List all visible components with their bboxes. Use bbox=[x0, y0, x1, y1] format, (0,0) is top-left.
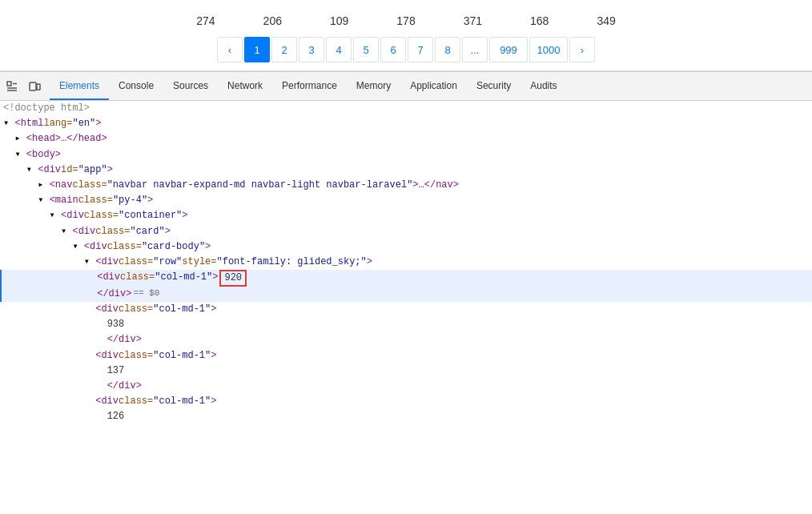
page-1-button[interactable]: 1 bbox=[244, 37, 270, 62]
svg-rect-5 bbox=[37, 84, 40, 90]
page-999-button[interactable]: 999 bbox=[489, 37, 528, 62]
code-line-card-body: ▾ <div class="card-body"> bbox=[0, 239, 812, 255]
number-7: 349 bbox=[597, 14, 615, 27]
code-line-row: ▾ <div class="row" style="font-family: g… bbox=[0, 255, 812, 270]
code-line-938: 938 bbox=[0, 317, 812, 332]
tab-performance[interactable]: Performance bbox=[272, 72, 347, 100]
code-line-137: 137 bbox=[0, 363, 812, 379]
page-5-button[interactable]: 5 bbox=[353, 37, 379, 62]
svg-rect-4 bbox=[30, 82, 36, 90]
svg-rect-0 bbox=[7, 82, 11, 86]
page-2-button[interactable]: 2 bbox=[271, 37, 297, 62]
inspect-element-icon[interactable] bbox=[3, 78, 21, 95]
code-line-col-4-close: </div> bbox=[0, 425, 812, 426]
tab-security[interactable]: Security bbox=[467, 72, 521, 100]
number-6: 168 bbox=[530, 14, 549, 27]
equals-sign: == $0 bbox=[133, 287, 159, 301]
devtools-content[interactable]: <!doctype html> ▾ <html lang="en"> ▸ <he… bbox=[0, 101, 812, 426]
number-5: 371 bbox=[464, 14, 482, 27]
page-6-button[interactable]: 6 bbox=[380, 37, 406, 62]
tab-application[interactable]: Application bbox=[400, 72, 467, 100]
code-line-container: ▾ <div class="container"> bbox=[0, 208, 812, 223]
prev-page-button[interactable]: ‹ bbox=[217, 37, 243, 62]
page-4-button[interactable]: 4 bbox=[326, 37, 352, 62]
code-line-col-2: <div class="col-md-1"> bbox=[0, 302, 812, 317]
code-line-col-4: <div class="col-md-1"> bbox=[0, 394, 812, 409]
code-line-doctype: <!doctype html> bbox=[0, 101, 812, 116]
devtools-toolbar: Elements Console Sources Network Perform… bbox=[0, 72, 812, 101]
code-line-div-app: ▾ <div id="app"> bbox=[0, 163, 812, 178]
tab-elements[interactable]: Elements bbox=[50, 72, 109, 100]
code-line-126: 126 bbox=[0, 409, 812, 424]
page-7-button[interactable]: 7 bbox=[408, 37, 433, 62]
numbers-row: 274 206 109 178 371 168 349 bbox=[0, 8, 812, 37]
devtools-icon-group bbox=[3, 78, 43, 95]
pagination-row: ‹ 1 2 3 4 5 6 7 8 ... 999 1000 › bbox=[0, 37, 812, 62]
number-1: 274 bbox=[196, 14, 215, 27]
tooltip-value: 920 bbox=[219, 270, 247, 287]
device-toolbar-icon[interactable] bbox=[26, 78, 43, 95]
code-line-nav: ▸ <nav class="navbar navbar-expand-md na… bbox=[0, 178, 812, 193]
page-3-button[interactable]: 3 bbox=[299, 37, 324, 62]
code-line-body: ▾ <body> bbox=[0, 147, 812, 163]
next-page-button[interactable]: › bbox=[569, 37, 595, 62]
code-line-col-2-close: </div> bbox=[0, 332, 812, 347]
number-4: 178 bbox=[396, 14, 415, 27]
code-line-col-3-close: </div> bbox=[0, 379, 812, 394]
code-line-main: ▾ <main class="py-4"> bbox=[0, 193, 812, 208]
code-line-col-3: <div class="col-md-1"> bbox=[0, 348, 812, 363]
tab-sources[interactable]: Sources bbox=[163, 72, 218, 100]
tab-network[interactable]: Network bbox=[218, 72, 272, 100]
page-1000-button[interactable]: 1000 bbox=[529, 37, 568, 62]
code-line-head: ▸ <head>…</head> bbox=[0, 131, 812, 147]
devtools-panel: Elements Console Sources Network Perform… bbox=[0, 71, 812, 426]
number-3: 109 bbox=[330, 14, 348, 27]
devtools-tabs: Elements Console Sources Network Perform… bbox=[50, 72, 567, 100]
code-line-card: ▾ <div class="card"> bbox=[0, 224, 812, 239]
tab-console[interactable]: Console bbox=[109, 72, 163, 100]
tab-audits[interactable]: Audits bbox=[521, 72, 566, 100]
code-line-col-1-highlighted[interactable]: <div class="col-md-1"> 920 bbox=[0, 270, 812, 287]
tab-memory[interactable]: Memory bbox=[347, 72, 400, 100]
page-8-button[interactable]: 8 bbox=[435, 37, 460, 62]
page-ellipsis: ... bbox=[462, 37, 488, 62]
code-line-col-1-close-highlighted: </div> == $0 bbox=[0, 287, 812, 302]
number-2: 206 bbox=[263, 14, 282, 27]
top-area: 274 206 109 178 371 168 349 ‹ 1 2 3 4 5 … bbox=[0, 0, 812, 71]
code-line-html: ▾ <html lang="en"> bbox=[0, 116, 812, 131]
